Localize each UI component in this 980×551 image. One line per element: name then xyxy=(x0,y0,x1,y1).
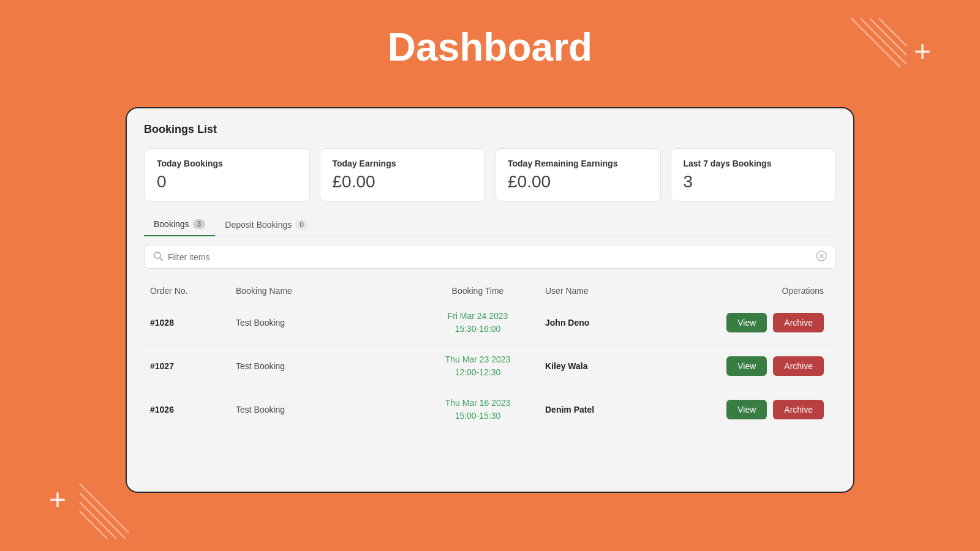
cell-order-1026: #1026 xyxy=(150,405,236,414)
view-button-1026[interactable]: View xyxy=(726,400,767,419)
col-header-operations: Operations xyxy=(655,286,830,296)
archive-button-1026[interactable]: Archive xyxy=(773,400,824,419)
col-header-order: Order No. xyxy=(150,286,236,296)
search-icon xyxy=(153,251,163,263)
svg-line-5 xyxy=(80,493,126,539)
cell-order-1028: #1028 xyxy=(150,318,236,328)
svg-line-9 xyxy=(160,258,162,260)
cell-ops-1026: View Archive xyxy=(655,400,830,419)
table-row: #1026 Test Booking Thu Mar 16 2023 15:00… xyxy=(144,388,836,431)
main-card: Bookings List Today Bookings 0 Today Ear… xyxy=(126,107,854,493)
tab-deposit-badge: 0 xyxy=(295,220,308,230)
svg-line-4 xyxy=(80,484,129,533)
tab-deposit-label: Deposit Bookings xyxy=(225,220,292,230)
plus-icon-top-right: + xyxy=(914,37,931,66)
stat-card-last7days: Last 7 days Bookings 3 xyxy=(671,148,837,202)
col-header-booking-name: Booking Name xyxy=(236,286,410,296)
view-button-1028[interactable]: View xyxy=(726,313,767,332)
cell-user-1028: John Deno xyxy=(545,318,655,328)
svg-line-1 xyxy=(861,18,907,64)
stat-label-today-earnings: Today Earnings xyxy=(333,159,473,168)
stat-value-remaining-earnings: £0.00 xyxy=(508,172,648,192)
plus-icon-bottom-left: + xyxy=(49,485,66,514)
stat-card-remaining-earnings: Today Remaining Earnings £0.00 xyxy=(495,148,661,202)
cell-ops-1028: View Archive xyxy=(655,313,830,332)
stat-value-today-earnings: £0.00 xyxy=(333,172,473,192)
tab-bookings[interactable]: Bookings 3 xyxy=(144,214,215,236)
table-row: #1028 Test Booking Fri Mar 24 2023 15:30… xyxy=(144,301,836,345)
search-input[interactable] xyxy=(168,252,811,262)
cell-booking-name-1026: Test Booking xyxy=(236,405,410,414)
archive-button-1028[interactable]: Archive xyxy=(773,313,824,332)
stats-row: Today Bookings 0 Today Earnings £0.00 To… xyxy=(144,148,836,202)
stat-label-last7days: Last 7 days Bookings xyxy=(684,159,824,168)
tab-bookings-label: Bookings xyxy=(154,219,189,229)
view-button-1027[interactable]: View xyxy=(726,356,767,376)
table: Order No. Booking Name Booking Time User… xyxy=(144,281,836,431)
col-header-booking-time: Booking Time xyxy=(410,286,545,296)
col-header-user-name: User Name xyxy=(545,286,655,296)
cell-time-1028: Fri Mar 24 2023 15:30-16:00 xyxy=(410,310,545,335)
cell-user-1027: Kiley Wala xyxy=(545,361,655,371)
tab-deposit-bookings[interactable]: Deposit Bookings 0 xyxy=(215,214,318,236)
deco-lines-top-right xyxy=(833,12,907,86)
tab-bookings-badge: 3 xyxy=(193,219,206,229)
cell-user-1026: Denim Patel xyxy=(545,405,655,414)
archive-button-1027[interactable]: Archive xyxy=(773,356,824,376)
svg-line-0 xyxy=(851,18,900,67)
cell-order-1027: #1027 xyxy=(150,361,236,371)
svg-line-6 xyxy=(80,502,116,539)
stat-value-today-bookings: 0 xyxy=(157,172,297,192)
table-row: #1027 Test Booking Thu Mar 23 2023 12:00… xyxy=(144,345,836,388)
svg-line-2 xyxy=(870,18,907,55)
table-header: Order No. Booking Name Booking Time User… xyxy=(144,281,836,301)
stat-card-today-earnings: Today Earnings £0.00 xyxy=(320,148,486,202)
cell-booking-name-1028: Test Booking xyxy=(236,318,410,328)
stat-card-today-bookings: Today Bookings 0 xyxy=(144,148,310,202)
stat-label-remaining-earnings: Today Remaining Earnings xyxy=(508,159,648,168)
search-bar xyxy=(144,245,836,269)
cell-time-1026: Thu Mar 16 2023 15:00-15:30 xyxy=(410,397,545,422)
cell-ops-1027: View Archive xyxy=(655,356,830,376)
cell-booking-name-1027: Test Booking xyxy=(236,361,410,371)
stat-value-last7days: 3 xyxy=(684,172,824,192)
stat-label-today-bookings: Today Bookings xyxy=(157,159,297,168)
tabs-row: Bookings 3 Deposit Bookings 0 xyxy=(144,214,836,236)
bookings-list-title: Bookings List xyxy=(144,123,836,136)
cell-time-1027: Thu Mar 23 2023 12:00-12:30 xyxy=(410,353,545,379)
search-clear-icon[interactable] xyxy=(816,250,827,263)
